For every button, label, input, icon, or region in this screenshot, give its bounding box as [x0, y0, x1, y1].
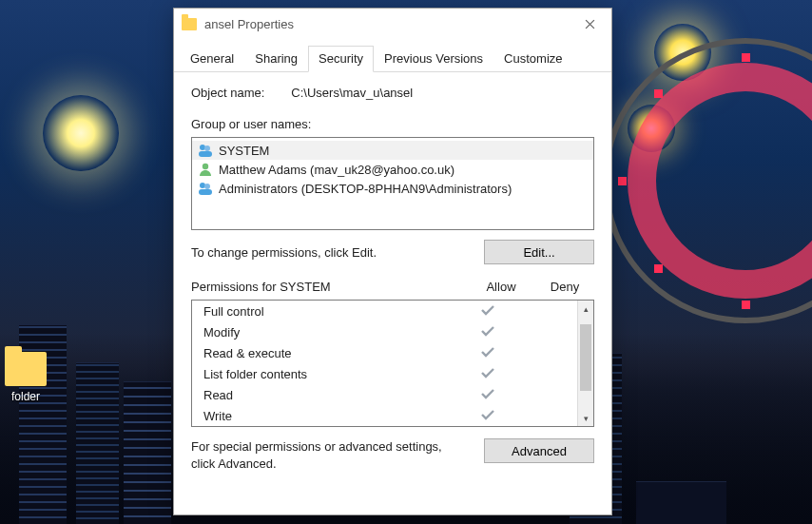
permission-row: Read & execute: [192, 342, 577, 363]
folder-icon: [182, 18, 197, 30]
permission-row: List folder contents: [192, 363, 577, 384]
permission-name: List folder contents: [203, 367, 454, 381]
permissions-header-label: Permissions for SYSTEM: [191, 280, 467, 294]
permission-name: Read & execute: [203, 346, 454, 360]
scrollbar[interactable]: ▴ ▾: [577, 301, 593, 426]
allow-check: [454, 346, 522, 360]
list-item[interactable]: Matthew Adams (mav_uk28@yahoo.co.uk): [192, 160, 593, 179]
window-title: ansel Properties: [204, 17, 568, 31]
security-tab-panel: Object name: C:\Users\mav_u\ansel Group …: [174, 72, 611, 514]
scroll-down-button[interactable]: ▾: [578, 410, 593, 426]
user-icon: [198, 162, 213, 177]
deny-column-header: Deny: [535, 280, 594, 294]
desktop-folder-label: folder: [0, 390, 51, 403]
tab-general[interactable]: General: [180, 46, 244, 72]
edit-hint-text: To change permissions, click Edit.: [191, 245, 377, 260]
svg-point-0: [200, 145, 205, 150]
desktop-folder-icon[interactable]: folder: [0, 352, 51, 403]
permission-name: Full control: [203, 304, 454, 319]
scroll-track[interactable]: [578, 317, 593, 410]
permission-name: Modify: [203, 325, 454, 340]
close-button[interactable]: [568, 9, 611, 39]
allow-check: [454, 325, 522, 340]
permissions-scroll-area[interactable]: Full control Modify Read & execute List …: [192, 301, 577, 426]
advanced-hint-text: For special permissions or advanced sett…: [191, 438, 465, 472]
tab-security[interactable]: Security: [308, 46, 374, 72]
group-icon: [198, 143, 213, 158]
permission-row: Modify: [192, 321, 577, 342]
properties-dialog: ansel Properties General Sharing Securit…: [173, 8, 612, 515]
allow-check: [454, 388, 522, 402]
svg-rect-2: [199, 151, 212, 157]
permission-row: Write: [192, 405, 577, 426]
tab-customize[interactable]: Customize: [493, 46, 572, 72]
svg-point-4: [200, 183, 205, 188]
permissions-listbox: Full control Modify Read & execute List …: [191, 300, 594, 427]
permission-name: Write: [203, 409, 454, 423]
titlebar[interactable]: ansel Properties: [174, 9, 611, 39]
list-item-label: SYSTEM: [219, 144, 269, 158]
folder-icon: [5, 352, 47, 386]
group-user-listbox[interactable]: SYSTEM Matthew Adams (mav_uk28@yahoo.co.…: [191, 137, 594, 230]
allow-check: [454, 304, 522, 319]
list-item-label: Administrators (DESKTOP-8PHHAN9\Administ…: [219, 182, 512, 196]
allow-column-header: Allow: [467, 280, 535, 294]
tab-sharing[interactable]: Sharing: [244, 46, 308, 72]
scroll-up-button[interactable]: ▴: [578, 301, 593, 317]
list-item[interactable]: SYSTEM: [192, 141, 593, 160]
object-name-value: C:\Users\mav_u\ansel: [291, 86, 413, 100]
object-name-label: Object name:: [191, 86, 264, 100]
svg-rect-6: [199, 189, 212, 195]
svg-point-1: [204, 146, 210, 151]
advanced-button[interactable]: Advanced: [484, 438, 594, 463]
group-icon: [198, 181, 213, 196]
edit-button[interactable]: Edit...: [484, 240, 594, 264]
tab-previous-versions[interactable]: Previous Versions: [374, 46, 493, 72]
svg-point-5: [204, 184, 210, 189]
svg-point-3: [203, 164, 208, 169]
permission-row: Full control: [192, 301, 577, 321]
close-icon: [585, 19, 595, 29]
list-item[interactable]: Administrators (DESKTOP-8PHHAN9\Administ…: [192, 179, 593, 198]
tab-strip: General Sharing Security Previous Versio…: [174, 39, 611, 72]
allow-check: [454, 409, 522, 423]
permission-row: Read: [192, 384, 577, 405]
scroll-thumb[interactable]: [580, 324, 591, 391]
allow-check: [454, 367, 522, 381]
group-user-label: Group or user names:: [191, 117, 594, 131]
list-item-label: Matthew Adams (mav_uk28@yahoo.co.uk): [219, 163, 454, 177]
permission-name: Read: [203, 388, 454, 402]
